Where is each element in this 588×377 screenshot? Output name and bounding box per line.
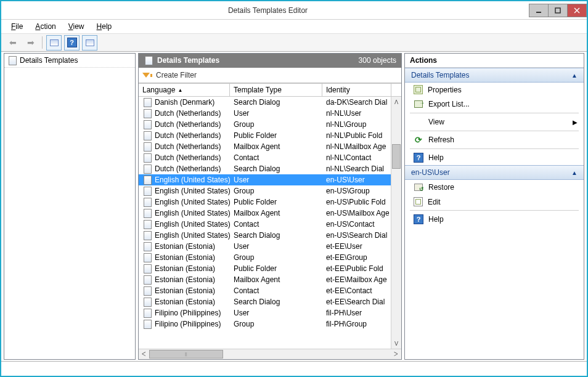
cell-type: Contact [230, 219, 322, 229]
show-hide-action-button[interactable] [82, 35, 97, 51]
action-edit[interactable]: Edit [405, 195, 584, 209]
template-icon [142, 264, 152, 274]
scroll-left-icon[interactable]: ᐸ [139, 349, 149, 359]
menu-action[interactable]: Action [30, 21, 60, 32]
minimize-button[interactable] [529, 4, 549, 17]
scroll-up-icon[interactable]: ᐱ [391, 97, 401, 107]
cell-language: Estonian (Estonia) [155, 286, 215, 295]
cell-type: User [230, 308, 322, 318]
cell-type: Public Folder [230, 197, 322, 207]
table-row[interactable]: Danish (Denmark)Search Dialogda-DK\Searc… [139, 97, 391, 108]
vertical-scrollbar[interactable]: ᐱ ᐯ [391, 97, 401, 349]
action-help-2[interactable]: ? Help [405, 212, 584, 227]
cell-identity: et-EE\Mailbox Age [322, 275, 391, 285]
table-row[interactable]: Estonian (Estonia)Useret-EE\User [139, 241, 391, 252]
cell-identity: nl-NL\Contact [322, 153, 391, 163]
cell-language: English (United States) [155, 176, 230, 184]
menu-help[interactable]: Help [92, 21, 117, 32]
column-template-type[interactable]: Template Type [230, 84, 322, 96]
template-icon [142, 108, 152, 118]
action-export-list[interactable]: Export List... [405, 97, 584, 111]
table-row[interactable]: Estonian (Estonia)Mailbox Agentet-EE\Mai… [139, 274, 391, 285]
cell-language: English (United States) [155, 209, 230, 217]
table-row[interactable]: Dutch (Netherlands)Groupnl-NL\Group [139, 119, 391, 130]
template-icon [142, 253, 152, 262]
cell-language: Dutch (Netherlands) [155, 142, 221, 151]
table-row[interactable]: Estonian (Estonia)Groupet-EE\Group [139, 252, 391, 263]
table-row[interactable]: Estonian (Estonia)Contactet-EE\Contact [139, 285, 391, 296]
actions-section-templates[interactable]: Details Templates ▲ [405, 68, 584, 83]
menu-view[interactable]: View [63, 21, 89, 32]
cell-language: Dutch (Netherlands) [155, 164, 221, 173]
help-button[interactable]: ? [64, 35, 80, 51]
scroll-thumb-h[interactable]: ⦀ [149, 350, 223, 359]
template-icon [142, 319, 152, 329]
template-icon [142, 230, 152, 240]
cell-language: Estonian (Estonia) [155, 298, 215, 306]
scroll-right-icon[interactable]: ᐳ [391, 349, 401, 359]
cell-language: Danish (Denmark) [155, 98, 214, 107]
horizontal-scrollbar[interactable]: ᐸ ⦀ ᐳ [139, 349, 401, 359]
table-row[interactable]: Dutch (Netherlands)Contactnl-NL\Contact [139, 152, 391, 163]
table-row[interactable]: Dutch (Netherlands)Usernl-NL\User [139, 108, 391, 119]
forward-button[interactable]: ➡ [23, 35, 38, 51]
action-restore[interactable]: Restore [405, 180, 584, 195]
create-filter-link[interactable]: Create Filter [156, 71, 197, 79]
cell-type: Search Dialog [230, 297, 322, 307]
cell-identity: et-EE\Public Fold [322, 264, 391, 274]
action-help[interactable]: ? Help [405, 150, 584, 165]
table-row[interactable]: English (United States)Public Folderen-U… [139, 197, 391, 208]
export-icon [414, 99, 423, 109]
actions-section-selected[interactable]: en-US\User ▲ [405, 165, 584, 180]
cell-language: Filipino (Philippines) [155, 309, 221, 317]
cell-identity: nl-NL\User [322, 108, 391, 118]
collapse-icon: ▲ [571, 169, 578, 176]
scroll-down-icon[interactable]: ᐯ [391, 338, 401, 349]
table-row[interactable]: English (United States)Search Dialogen-U… [139, 230, 391, 241]
cell-type: Public Folder [230, 264, 322, 274]
close-button[interactable] [567, 4, 587, 17]
table-row[interactable]: English (United States)Mailbox Agenten-U… [139, 208, 391, 219]
template-icon [142, 186, 152, 196]
column-language[interactable]: Language▲ [139, 84, 230, 96]
template-icon [142, 297, 152, 307]
cell-type: Group [230, 120, 322, 129]
show-hide-tree-button[interactable] [46, 35, 62, 51]
table-row[interactable]: Dutch (Netherlands)Mailbox Agentnl-NL\Ma… [139, 141, 391, 152]
table-row[interactable]: Dutch (Netherlands)Public Foldernl-NL\Pu… [139, 130, 391, 141]
panel-icon [50, 39, 59, 46]
cell-identity: fil-PH\User [322, 308, 391, 318]
table-row[interactable]: English (United States)Groupen-US\Group [139, 185, 391, 197]
cell-type: Group [230, 186, 322, 196]
cell-identity: en-US\Contact [322, 219, 391, 229]
action-properties[interactable]: Properties [405, 83, 584, 97]
cell-identity: nl-NL\Mailbox Age [322, 142, 391, 152]
template-icon [142, 241, 152, 251]
cell-type: Search Dialog [230, 230, 322, 240]
table-row[interactable]: English (United States)Contacten-US\Cont… [139, 219, 391, 230]
grid-header: Language▲ Template Type Identity [139, 83, 401, 97]
results-title: Details Templates [157, 56, 219, 65]
panel-icon [86, 39, 94, 46]
template-icon [142, 97, 152, 107]
tree-root[interactable]: Details Templates [4, 54, 135, 68]
cell-type: User [230, 108, 322, 118]
table-row[interactable]: Filipino (Philippines)Groupfil-PH\Group [139, 318, 391, 330]
column-identity[interactable]: Identity [322, 84, 391, 96]
action-refresh[interactable]: ⟳ Refresh [405, 132, 584, 147]
scroll-thumb[interactable] [392, 144, 401, 169]
collapse-icon: ▲ [571, 72, 578, 79]
template-icon [142, 175, 152, 185]
table-row[interactable]: Dutch (Netherlands)Search Dialognl-NL\Se… [139, 163, 391, 174]
back-button[interactable]: ⬅ [5, 35, 20, 51]
action-view[interactable]: View ▶ [405, 115, 584, 129]
table-row[interactable]: Filipino (Philippines)Userfil-PH\User [139, 307, 391, 318]
object-count: 300 objects [359, 56, 396, 65]
menu-file[interactable]: File [6, 21, 28, 32]
table-row[interactable]: Estonian (Estonia)Public Folderet-EE\Pub… [139, 263, 391, 274]
maximize-button[interactable] [548, 4, 568, 17]
table-row[interactable]: Estonian (Estonia)Search Dialoget-EE\Sea… [139, 296, 391, 307]
toolbar: ⬅ ➡ ? [1, 33, 587, 52]
window-title: Details Templates Editor [6, 6, 529, 15]
table-row[interactable]: English (United States)Useren-US\User [139, 174, 391, 185]
